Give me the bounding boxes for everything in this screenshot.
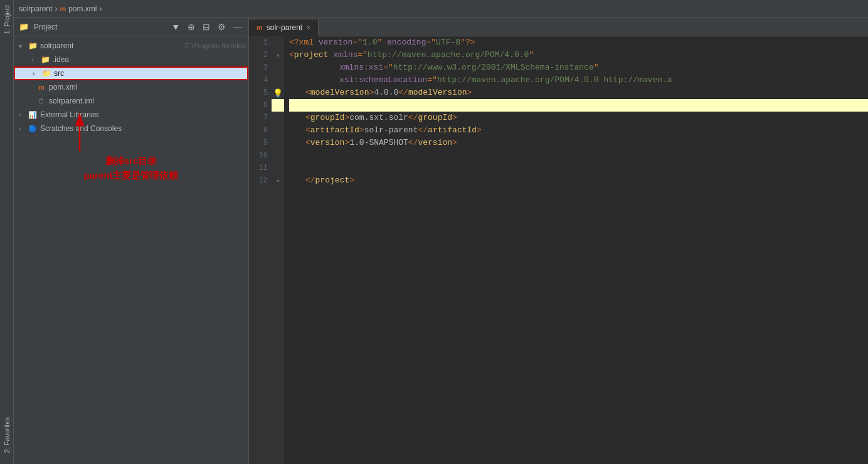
src-label: src	[54, 69, 245, 78]
breadcrumb-sep1: ›	[55, 4, 57, 13]
favorites-tab[interactable]: 2: Favorites	[1, 412, 13, 458]
code-line-2: <project xmlns="http://maven.apache.org/…	[289, 49, 868, 61]
code-line-1: <?xml version="1.0" encoding="UTF-8"?>	[289, 36, 868, 49]
tree-root[interactable]: ▾ 📁 solrparent E:\Program file\Idea	[14, 39, 248, 53]
pom-label: pom.xml	[49, 83, 246, 92]
code-line-9: <version>1.0-SNAPSHOT</version>	[289, 137, 868, 149]
breadcrumb-project[interactable]: solrparent	[19, 4, 52, 13]
tree-item-pom[interactable]: m pom.xml	[14, 80, 248, 94]
tree-arrow-root: ▾	[19, 43, 28, 50]
extlibs-icon: 📊	[28, 110, 38, 120]
breadcrumb-filename[interactable]: pom.xml	[68, 4, 97, 13]
project-tree: ▾ 📁 solrparent E:\Program file\Idea › 📁 …	[14, 36, 248, 464]
panel-header: 📁 Project ▼ ⊕ ⊟ ⚙ —	[14, 18, 248, 36]
code-line-10	[289, 149, 868, 162]
breadcrumb-sep2: ›	[100, 4, 102, 13]
panel-close-icon[interactable]: —	[232, 21, 243, 33]
tree-item-iml[interactable]: 🗒 solrparent.iml	[14, 94, 248, 108]
scratches-icon: 🔵	[28, 124, 38, 134]
panel-settings-icon[interactable]: ⚙	[216, 21, 227, 33]
panel-dropdown-icon[interactable]: ▼	[170, 21, 181, 33]
tab-pom[interactable]: m solr-parent ×	[249, 19, 319, 36]
tree-item-idea[interactable]: › 📁 .idea	[14, 53, 248, 66]
panel-folder-icon: 📁	[19, 22, 29, 31]
tab-close-button[interactable]: ×	[306, 23, 310, 32]
code-line-5: <modelVersion>4.0.0</modelVersion>	[289, 87, 868, 99]
breadcrumb-file-icon: m	[60, 5, 66, 13]
code-line-8: <artifactId>solr-parent</artifactId>	[289, 124, 868, 137]
annotation-area: 删掉src目录 parent主要是管理依赖	[14, 154, 248, 182]
line-numbers: 1 2 3 4 5 6 7 8 9 10 11 12	[249, 36, 272, 464]
code-line-4: xsi:schemaLocation="http://maven.apache.…	[289, 74, 868, 87]
tab-bar: m solr-parent ×	[249, 18, 868, 36]
tree-item-src[interactable]: › 📁 src	[14, 66, 248, 80]
code-content[interactable]: <?xml version="1.0" encoding="UTF-8"?> <…	[284, 36, 868, 464]
code-line-6	[289, 99, 868, 112]
side-panel-tabs: 1: Project 2: Favorites	[0, 0, 14, 464]
root-path: E:\Program file\Idea	[185, 42, 246, 50]
arrow-scratches: ›	[19, 125, 28, 132]
extlibs-label: External Libraries	[40, 110, 246, 119]
panel-title: Project	[34, 23, 57, 31]
tab-label: solr-parent	[267, 23, 302, 32]
scratches-label: Scratches and Consoles	[40, 124, 246, 133]
idea-label: .idea	[53, 55, 246, 64]
code-line-3: xmlns:xsi="http://www.w3.org/2001/XMLSch…	[289, 61, 868, 74]
root-label: solrparent	[40, 41, 181, 50]
breadcrumb: solrparent › m pom.xml ›	[14, 0, 868, 18]
gutter: ▾ 💡 ▾	[272, 36, 284, 464]
editor-area: m solr-parent × 1 2 3 4 5 6 7 8 9 10	[249, 18, 868, 464]
arrow-extlibs: ›	[19, 112, 28, 119]
tree-item-extlibs[interactable]: › 📊 External Libraries	[14, 108, 248, 122]
code-line-11	[289, 162, 868, 174]
src-folder-icon: 📁	[41, 68, 51, 78]
iml-label: solrparent.iml	[49, 97, 246, 105]
arrow-src: ›	[33, 70, 41, 77]
tab-icon: m	[257, 24, 263, 31]
tree-item-scratches[interactable]: › 🔵 Scratches and Consoles	[14, 122, 248, 135]
pom-icon: m	[36, 82, 46, 92]
root-folder-icon: 📁	[28, 41, 38, 51]
annotation-text: 删掉src目录 parent主要是管理依赖	[20, 154, 242, 182]
panel-collapse-icon[interactable]: ⊟	[201, 21, 211, 33]
code-line-12: </project>	[289, 174, 868, 187]
project-panel: 📁 Project ▼ ⊕ ⊟ ⚙ — ▾ 📁 solrparent E:\Pr…	[14, 18, 249, 464]
panel-add-icon[interactable]: ⊕	[186, 21, 196, 33]
project-tab[interactable]: 1: Project	[1, 0, 13, 39]
code-line-7: <groupId>com.sxt.solr</groupId>	[289, 112, 868, 124]
arrow-idea: ›	[31, 56, 40, 63]
code-editor[interactable]: 1 2 3 4 5 6 7 8 9 10 11 12 ▾	[249, 36, 868, 464]
iml-icon: 🗒	[36, 96, 46, 106]
idea-folder-icon: 📁	[40, 55, 50, 65]
